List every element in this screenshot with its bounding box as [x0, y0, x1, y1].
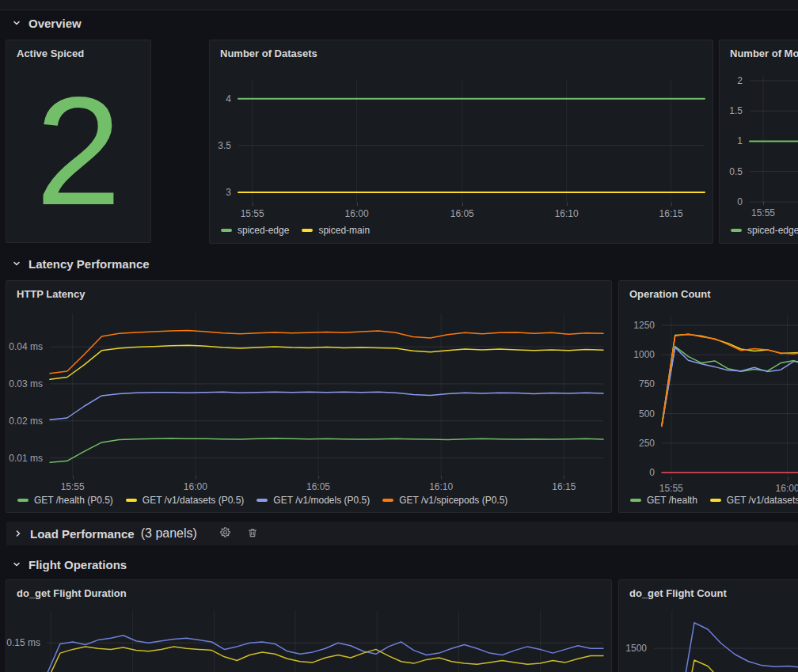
panel-flight-duration: do_get Flight Duration 0.15 ms	[6, 579, 612, 672]
y-axis: 33.54	[210, 80, 238, 203]
x-tick-mark	[73, 476, 74, 479]
y-axis: 00.511.52	[720, 75, 750, 202]
y-tick-label: 0.15 ms	[6, 637, 40, 648]
x-tick-label: 16:10	[555, 208, 579, 219]
section-label: Overview	[28, 17, 82, 30]
legend-swatch	[17, 499, 28, 502]
panel-title[interactable]: HTTP Latency	[17, 288, 85, 300]
y-axis: 0.01 ms0.02 ms0.03 ms0.04 ms	[6, 313, 50, 476]
plot-area[interactable]	[48, 610, 603, 672]
legend-item[interactable]: GET /v1/spicepods (P0.5)	[382, 495, 507, 506]
x-tick-mark	[253, 203, 253, 206]
plot-area[interactable]: 15:5516:00	[750, 75, 798, 202]
panel-title[interactable]: Operation Count	[629, 288, 711, 300]
chart-canvas	[48, 610, 603, 672]
legend-label: GET /health (P0.5)	[34, 495, 113, 506]
legend-label: spiced-main	[318, 225, 370, 236]
legend-item[interactable]: GET /health (P0.5)	[17, 495, 113, 506]
chevron-right-icon	[13, 528, 24, 539]
x-tick-label: 15:55	[659, 483, 683, 494]
panel-title[interactable]: Number of Models	[730, 47, 798, 59]
x-tick-mark	[788, 477, 788, 480]
row-delete-button[interactable]	[242, 526, 263, 542]
legend-label: spiced-edge	[238, 225, 289, 236]
section-header-latency-performance[interactable]: Latency Performance	[11, 253, 150, 274]
x-tick-mark	[318, 476, 319, 479]
y-axis: 1500	[619, 610, 654, 672]
x-tick-mark	[671, 203, 672, 206]
legend-label: GET /v1/spicepods (P0.5)	[399, 495, 507, 506]
y-tick-label: 1.5	[729, 105, 743, 116]
flight-count-chart: 1500	[619, 610, 798, 672]
legend-item[interactable]: spiced-edge	[731, 225, 798, 236]
panel-title[interactable]: Number of Datasets	[220, 47, 317, 59]
series-line	[654, 623, 798, 672]
legend: spiced-edgespiced-main	[221, 225, 370, 236]
chart-canvas	[50, 313, 603, 476]
y-tick-label: 3	[226, 187, 231, 198]
legend-label: GET /health	[647, 495, 697, 506]
section-header-flight-operations[interactable]: Flight Operations	[11, 554, 127, 575]
series-line	[50, 331, 603, 374]
operation-count-chart: 025050075010001250 15:5516:0016:0516:10	[619, 315, 798, 477]
legend-item[interactable]: spiced-main	[302, 225, 370, 236]
legend-swatch	[731, 229, 742, 232]
x-tick-mark	[357, 203, 358, 206]
section-header-overview[interactable]: Overview	[11, 13, 82, 33]
chevron-down-icon	[11, 17, 22, 28]
legend-item[interactable]: GET /v1/datasets (P0.5)	[126, 495, 245, 506]
legend: spiced-edge	[731, 225, 798, 236]
y-tick-label: 0	[649, 467, 655, 478]
panel-active-spiced: Active Spiced 2	[6, 40, 151, 243]
chevron-down-icon	[11, 258, 22, 269]
plot-area[interactable]	[654, 610, 798, 672]
x-tick-mark	[196, 476, 196, 479]
y-tick-label: 2	[737, 75, 743, 86]
series-line	[48, 636, 603, 672]
stat-value: 2	[36, 74, 121, 228]
legend-label: spiced-edge	[747, 225, 798, 236]
row-settings-button[interactable]	[215, 525, 236, 542]
x-tick-label: 16:00	[776, 483, 798, 494]
panel-title[interactable]: do_get Flight Count	[629, 587, 727, 599]
gear-icon	[219, 526, 231, 541]
legend-item[interactable]: spiced-edge	[221, 225, 289, 236]
legend: GET /healthGET /v1/datasets	[630, 495, 798, 506]
x-tick-mark	[567, 203, 568, 206]
panel-number-of-models: Number of Models 00.511.52 15:5516:00 sp…	[719, 40, 798, 244]
panel-title[interactable]: do_get Flight Duration	[17, 587, 127, 599]
x-tick-label: 16:00	[184, 481, 207, 492]
plot-area[interactable]: 15:5516:0016:0516:1016:15	[50, 313, 603, 476]
y-tick-label: 0.04 ms	[9, 341, 43, 352]
y-tick-label: 0.02 ms	[9, 416, 43, 427]
trash-icon	[247, 527, 258, 541]
x-tick-mark	[671, 477, 672, 480]
y-tick-label: 4	[226, 93, 231, 104]
stat-value-wrap: 2	[6, 67, 150, 234]
legend: GET /health (P0.5)GET /v1/datasets (P0.5…	[17, 495, 507, 506]
plot-area[interactable]: 15:5516:0016:0516:1016:15	[238, 80, 705, 203]
y-tick-label: 1250	[633, 320, 655, 331]
x-tick-mark	[564, 476, 564, 479]
panel-count-note: (3 panels)	[141, 526, 197, 541]
x-tick-label: 16:05	[306, 481, 330, 492]
chevron-down-icon	[11, 559, 22, 570]
y-tick-label: 250	[639, 438, 655, 449]
legend-label: GET /v1/models (P0.5)	[273, 495, 370, 506]
series-line	[50, 345, 603, 379]
x-tick-label: 16:15	[659, 208, 683, 219]
legend-swatch	[256, 499, 268, 502]
legend-swatch	[630, 499, 641, 502]
legend-item[interactable]: GET /v1/models (P0.5)	[256, 495, 370, 506]
plot-area[interactable]: 15:5516:0016:0516:10	[662, 315, 798, 477]
section-header-load-performance[interactable]: Load Performance (3 panels)	[6, 522, 798, 545]
panel-number-of-datasets: Number of Datasets 33.54 15:5516:0016:05…	[209, 40, 713, 244]
section-label: Latency Performance	[28, 257, 150, 271]
legend-label: GET /v1/datasets	[727, 495, 798, 506]
x-tick-mark	[441, 476, 442, 479]
legend-item[interactable]: GET /health	[630, 495, 697, 506]
panel-operation-count: Operation Count 025050075010001250 15:55…	[618, 280, 798, 513]
number-of-models-chart: 00.511.52 15:5516:00	[720, 75, 798, 202]
panel-title[interactable]: Active Spiced	[17, 47, 84, 59]
legend-item[interactable]: GET /v1/datasets	[710, 495, 798, 506]
